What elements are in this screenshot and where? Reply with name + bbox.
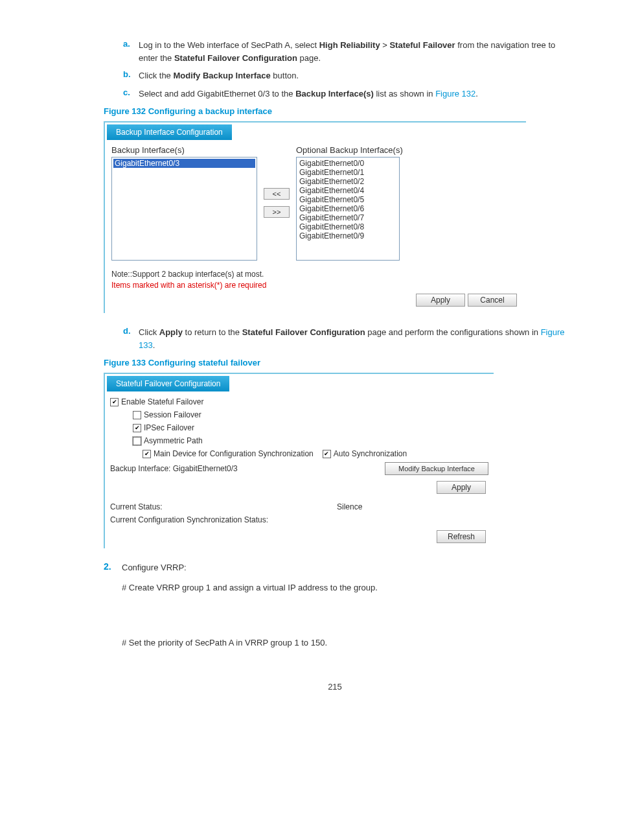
step-body: Select and add GigabitEthernet 0/3 to th… (139, 88, 566, 100)
apply-button[interactable]: Apply (416, 294, 465, 307)
fig132-body: Backup Interface(s) GigabitEthernet0/3 <… (105, 140, 526, 313)
text: Log in to the Web interface of SecPath A… (139, 40, 319, 50)
text: Select and add GigabitEthernet 0/3 to th… (139, 89, 295, 99)
list-item[interactable]: GigabitEthernet0/4 (298, 186, 398, 195)
step-marker: c. (123, 88, 139, 100)
backup-interface-label: Backup Interface: GigabitEthernet0/3 (110, 464, 377, 473)
text: . (475, 89, 478, 99)
text: Click the (139, 71, 173, 80)
figure-132-caption: Figure 132 Configuring a backup interfac… (104, 106, 566, 116)
checkbox-label: Enable Stateful Failover (121, 397, 203, 406)
checkbox-main-device-sync[interactable] (143, 450, 151, 458)
checkbox-auto-sync[interactable] (323, 450, 331, 458)
step-marker: 2. (104, 561, 122, 575)
step-a: a. Log in to the Web interface of SecPat… (123, 39, 566, 64)
fig133-body: Enable Stateful Failover Session Failove… (105, 391, 494, 548)
tab-backup-interface-config[interactable]: Backup Interface Configuration (107, 124, 232, 140)
list-item[interactable]: GigabitEthernet0/8 (298, 222, 398, 231)
checkbox-label: IPSec Failover (144, 423, 194, 432)
list-item[interactable]: GigabitEthernet0/6 (298, 204, 398, 213)
bold-text: Stateful Failover Configuration (174, 53, 297, 63)
step-b: b. Click the Modify Backup Interface but… (123, 69, 566, 82)
text: list as shown in (374, 89, 435, 99)
refresh-button[interactable]: Refresh (437, 530, 486, 543)
para-create-vrrp: # Create VRRP group 1 and assign a virtu… (122, 581, 566, 594)
figure-132: Backup Interface Configuration Backup In… (104, 121, 526, 313)
para-set-priority: # Set the priority of SecPath A in VRRP … (122, 636, 566, 649)
figure-133-caption: Figure 133 Configuring stateful failover (104, 358, 566, 368)
bold-text: Apply (159, 327, 183, 337)
optional-backup-interfaces-label: Optional Backup Interface(s) (296, 145, 520, 155)
bold-text: Stateful Failover (389, 40, 455, 50)
modify-backup-interface-button[interactable]: Modify Backup Interface (385, 462, 488, 475)
figure-133: Stateful Failover Configuration Enable S… (104, 373, 494, 548)
text: > (380, 40, 390, 50)
text: to return to the (183, 327, 242, 337)
numbered-list: 2. Configure VRRP: (104, 561, 566, 575)
cancel-button[interactable]: Cancel (468, 294, 517, 307)
required-text: Items marked with an asterisk(*) are req… (111, 281, 520, 290)
checkbox-label: Session Failover (144, 410, 201, 419)
step-list-abc: a. Log in to the Web interface of SecPat… (123, 39, 566, 100)
move-right-button[interactable]: >> (264, 206, 290, 218)
bold-text: Backup Interface(s) (295, 89, 374, 99)
step-2: 2. Configure VRRP: (104, 561, 566, 575)
step-body: Click the Modify Backup Interface button… (139, 69, 566, 82)
step-marker: a. (123, 39, 139, 64)
checkbox-ipsec-failover[interactable] (133, 424, 141, 432)
bold-text: Modify Backup Interface (173, 71, 270, 80)
sync-status-label: Current Configuration Synchronization St… (110, 515, 337, 524)
list-item[interactable]: GigabitEthernet0/2 (298, 177, 398, 186)
checkbox-enable-stateful-failover[interactable] (110, 398, 119, 406)
backup-interfaces-label: Backup Interface(s) (111, 145, 257, 155)
tab-stateful-failover-config[interactable]: Stateful Failover Configuration (107, 376, 229, 391)
step-marker: b. (123, 69, 139, 82)
page-number: 215 (104, 682, 566, 692)
step-marker: d. (123, 326, 139, 351)
current-status-value: Silence (337, 502, 362, 511)
list-item[interactable]: GigabitEthernet0/1 (298, 168, 398, 177)
text: page. (297, 53, 321, 63)
text: page and perform the configurations show… (365, 327, 541, 337)
step-d: d. Click Apply to return to the Stateful… (123, 326, 566, 351)
step-body: Log in to the Web interface of SecPath A… (139, 39, 566, 64)
list-item[interactable]: GigabitEthernet0/0 (298, 159, 398, 168)
current-status-label: Current Status: (110, 502, 337, 511)
bold-text: High Reliability (319, 40, 380, 50)
text: . (153, 340, 155, 350)
list-item[interactable]: GigabitEthernet0/3 (113, 159, 255, 168)
text: button. (271, 71, 299, 80)
step-body: Configure VRRP: (122, 561, 566, 575)
list-item[interactable]: GigabitEthernet0/5 (298, 195, 398, 204)
optional-backup-interfaces-listbox[interactable]: GigabitEthernet0/0 GigabitEthernet0/1 Gi… (296, 157, 400, 261)
checkbox-asymmetric-path[interactable] (133, 437, 141, 445)
bold-text: Stateful Failover Configuration (242, 327, 365, 337)
move-left-button[interactable]: << (264, 188, 290, 200)
apply-button[interactable]: Apply (437, 481, 486, 494)
note-text: Note::Support 2 backup interface(s) at m… (111, 270, 520, 279)
checkbox-label: Auto Synchronization (334, 449, 407, 458)
figure-link[interactable]: Figure 132 (435, 89, 475, 99)
text: Click (139, 327, 159, 337)
list-item[interactable]: GigabitEthernet0/9 (298, 231, 398, 240)
step-list-d: d. Click Apply to return to the Stateful… (123, 326, 566, 351)
step-c: c. Select and add GigabitEthernet 0/3 to… (123, 88, 566, 100)
checkbox-label: Main Device for Configuration Synchroniz… (154, 449, 314, 458)
checkbox-session-failover[interactable] (133, 411, 141, 419)
step-body: Click Apply to return to the Stateful Fa… (139, 326, 566, 351)
checkbox-label: Asymmetric Path (144, 436, 203, 445)
backup-interfaces-listbox[interactable]: GigabitEthernet0/3 (111, 157, 257, 261)
list-item[interactable]: GigabitEthernet0/7 (298, 213, 398, 222)
